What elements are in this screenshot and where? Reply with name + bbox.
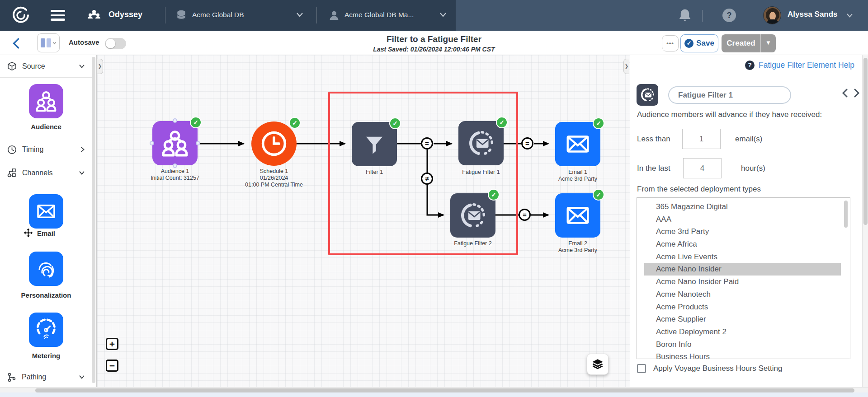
user-avatar[interactable] bbox=[763, 6, 781, 24]
node-filter[interactable]: ✓ bbox=[352, 122, 397, 166]
email-icon bbox=[564, 130, 592, 158]
deployment-type-option[interactable]: Boron Info bbox=[644, 338, 841, 351]
fingerprint-icon bbox=[35, 258, 57, 280]
help-question-icon: ? bbox=[745, 61, 755, 70]
deployment-types-listbox[interactable]: 365 Magazine DigitalAAAAcme 3rd PartyAcm… bbox=[637, 197, 850, 359]
journey-canvas[interactable]: ❯ ❯ ✓ Audience 1Initial Count: 31257 ✓ S… bbox=[97, 55, 630, 387]
connection-handle[interactable] bbox=[150, 141, 154, 145]
previous-element-chevron-icon[interactable] bbox=[842, 89, 848, 98]
cube-icon bbox=[7, 61, 17, 71]
nav-divider bbox=[702, 10, 703, 22]
sidebar-scrollbar[interactable] bbox=[92, 57, 95, 383]
clock-icon bbox=[7, 145, 17, 154]
next-element-chevron-icon[interactable] bbox=[854, 89, 860, 98]
deployment-type-option[interactable]: 365 Magazine Digital bbox=[644, 201, 841, 213]
equal-path-badge[interactable]: = bbox=[521, 137, 533, 149]
business-hours-checkbox-row[interactable]: Apply Voyage Business Hours Setting bbox=[637, 364, 782, 373]
node-schedule[interactable]: ✓ bbox=[251, 121, 297, 166]
sidebar-section-source[interactable]: Source bbox=[0, 55, 92, 78]
map-selector-value: Acme Global DB Ma... bbox=[344, 11, 414, 19]
palette-item-label: Personalization bbox=[0, 291, 92, 299]
palette-item-label: Audience bbox=[0, 123, 92, 131]
zoom-out-button[interactable]: − bbox=[106, 360, 118, 372]
element-palette-sidebar: Source Audience Timing bbox=[0, 55, 97, 387]
deployment-type-option[interactable]: Acme 3rd Party bbox=[644, 225, 841, 238]
collapse-sidebar-tab[interactable]: ❯ bbox=[97, 59, 103, 74]
fatigue-filter-icon bbox=[458, 201, 488, 230]
product-title[interactable]: Odyssey bbox=[108, 10, 142, 19]
validation-check-icon: ✓ bbox=[496, 117, 508, 128]
hours-count-input[interactable] bbox=[683, 158, 722, 178]
deployment-type-option[interactable]: AAA bbox=[644, 213, 841, 226]
node-fatigue-filter-1[interactable]: ✓ bbox=[458, 121, 504, 165]
pathing-branch-icon bbox=[7, 373, 16, 382]
connection-handle[interactable] bbox=[196, 141, 200, 145]
fatigue-filter-properties-panel: ? Fatigue Filter Element Help Audience m… bbox=[630, 55, 868, 397]
node-label: Fatigue Filter 1 bbox=[431, 169, 531, 176]
deployment-type-option[interactable]: Acme Products bbox=[644, 301, 841, 313]
page-vertical-scrollbar[interactable] bbox=[862, 55, 868, 397]
email-icon bbox=[564, 201, 592, 229]
emails-count-input[interactable] bbox=[682, 129, 721, 149]
more-options-button[interactable]: ••• bbox=[662, 35, 679, 51]
deployment-type-option[interactable]: Acme Nano Insider Paid bbox=[644, 276, 841, 288]
sidebar-section-pathing[interactable]: Pathing bbox=[0, 367, 92, 387]
chevron-down-icon bbox=[439, 12, 447, 18]
validation-check-icon: ✓ bbox=[488, 189, 500, 201]
odyssey-people-icon bbox=[87, 8, 101, 23]
notifications-bell-icon[interactable] bbox=[678, 8, 692, 23]
layers-button[interactable] bbox=[587, 354, 609, 375]
save-button[interactable]: ✓ Save bbox=[680, 34, 718, 52]
not-equal-path-badge[interactable]: ≠ bbox=[421, 173, 433, 185]
palette-item-personalization[interactable] bbox=[29, 252, 63, 286]
node-fatigue-filter-2[interactable]: ✓ bbox=[450, 193, 495, 238]
app-logo-icon[interactable] bbox=[12, 6, 30, 24]
database-selector[interactable]: Acme Global DB bbox=[174, 6, 310, 24]
move-cursor-icon bbox=[23, 228, 34, 239]
listbox-scrollbar[interactable] bbox=[844, 201, 848, 228]
chevron-down-icon bbox=[296, 12, 303, 18]
deployment-type-option[interactable]: Acme Live Events bbox=[644, 251, 841, 263]
hamburger-menu-icon[interactable] bbox=[51, 10, 65, 21]
person-icon bbox=[329, 10, 339, 21]
sidebar-section-channels[interactable]: Channels bbox=[0, 161, 92, 184]
deployment-type-option[interactable]: Active Deployment 2 bbox=[644, 326, 841, 338]
status-caret-icon[interactable]: ▼ bbox=[760, 34, 776, 52]
equal-path-badge[interactable]: = bbox=[421, 137, 433, 149]
collapse-panel-tab[interactable]: ❯ bbox=[623, 59, 629, 74]
deployment-type-option[interactable]: Business Hours bbox=[644, 350, 841, 359]
emails-unit-label: email(s) bbox=[735, 129, 762, 149]
check-circle-icon: ✓ bbox=[684, 39, 693, 48]
checkbox[interactable] bbox=[637, 364, 646, 373]
deployment-type-option[interactable]: Acme Nanotech bbox=[644, 288, 841, 301]
element-help-link[interactable]: Fatigue Filter Element Help bbox=[759, 61, 854, 70]
status-dropdown-button[interactable]: Created ▼ bbox=[722, 34, 776, 52]
toolbar: Autosave Filter to a Fatigue Filter Last… bbox=[0, 31, 868, 55]
nav-divider bbox=[316, 7, 317, 23]
deployment-type-option[interactable]: Acme Nano Insider bbox=[644, 263, 841, 276]
palette-item-metering[interactable] bbox=[29, 313, 63, 347]
deployment-type-option[interactable]: Acme Supplier bbox=[644, 313, 841, 326]
help-icon[interactable]: ? bbox=[722, 9, 736, 22]
in-the-last-label: In the last bbox=[637, 158, 670, 178]
palette-item-audience[interactable] bbox=[29, 84, 63, 118]
deployment-type-option[interactable]: Acme Africa bbox=[644, 238, 841, 251]
help-link-row[interactable]: ? Fatigue Filter Element Help bbox=[745, 61, 854, 70]
node-email-2[interactable]: ✓ bbox=[555, 193, 600, 238]
chevron-down-icon bbox=[79, 375, 85, 379]
palette-item-email[interactable] bbox=[29, 194, 63, 229]
zoom-in-button[interactable]: + bbox=[106, 338, 118, 350]
equal-path-badge[interactable]: = bbox=[519, 209, 531, 221]
node-label: Fatigue Filter 2 bbox=[423, 240, 523, 247]
map-selector[interactable]: Acme Global DB Ma... bbox=[326, 6, 454, 24]
validation-check-icon: ✓ bbox=[593, 117, 604, 129]
element-name-input[interactable] bbox=[668, 86, 791, 104]
canvas-horizontal-scrollbar[interactable] bbox=[0, 387, 868, 392]
section-label: Pathing bbox=[22, 373, 46, 381]
connection-handle[interactable] bbox=[173, 118, 177, 123]
sidebar-section-timing[interactable]: Timing bbox=[0, 138, 92, 161]
node-email-1[interactable]: ✓ bbox=[555, 122, 600, 166]
node-audience[interactable]: ✓ bbox=[152, 121, 198, 165]
user-menu-chevron-icon[interactable] bbox=[846, 13, 853, 18]
connection-handle[interactable] bbox=[173, 163, 177, 168]
